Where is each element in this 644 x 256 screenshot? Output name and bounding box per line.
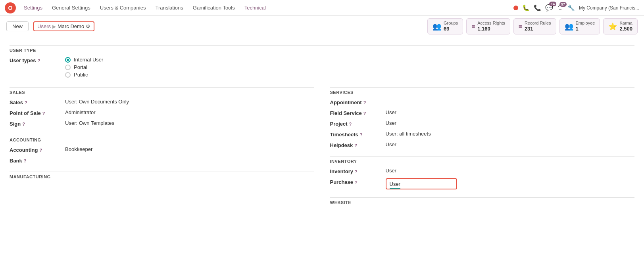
inventory-help-icon[interactable]: ? <box>355 169 358 174</box>
karma-label: Karma <box>619 20 632 26</box>
inventory-field: Inventory ? User <box>330 168 635 174</box>
access-rights-icon: ≡ <box>471 23 475 30</box>
helpdesk-field: Helpdesk ? User <box>330 141 635 148</box>
employee-value: 1 <box>576 26 579 32</box>
accounting-field: Accounting ? Bookkeeper <box>10 146 314 153</box>
karma-value: 2,500 <box>619 26 632 32</box>
project-value: User <box>386 120 396 126</box>
timesheets-value: User: all timesheets <box>386 131 431 137</box>
nav-icons-group: 🐛 📞 💬 14 ⏱ 57 🔧 My Company (San Francis.… <box>513 4 639 11</box>
bank-help-icon[interactable]: ? <box>24 159 27 163</box>
access-rights-value: 1,160 <box>477 26 490 32</box>
nav-users-companies[interactable]: Users & Companies <box>96 3 150 12</box>
radio-internal-user-label: Internal User <box>74 57 103 63</box>
timesheets-help-icon[interactable]: ? <box>360 132 363 137</box>
employee-label: Employee <box>576 20 595 26</box>
radio-internal-user-circle <box>65 57 71 63</box>
nav-translations[interactable]: Translations <box>151 3 187 12</box>
sales-section: SALES Sales ? User: Own Documents Only P… <box>10 87 314 127</box>
access-rights-stat-button[interactable]: ≡ Access Rights 1,160 <box>466 18 510 34</box>
accounting-section-title: ACCOUNTING <box>10 135 314 146</box>
radio-internal-user[interactable]: Internal User <box>65 57 103 63</box>
new-button[interactable]: New <box>6 21 29 31</box>
accounting-section: ACCOUNTING Accounting ? Bookkeeper Bank … <box>10 135 314 164</box>
project-help-icon[interactable]: ? <box>349 122 352 126</box>
radio-public-circle <box>65 72 71 78</box>
helpdesk-help-icon[interactable]: ? <box>354 143 357 148</box>
user-types-help-icon[interactable]: ? <box>37 58 40 63</box>
inventory-section-title: INVENTORY <box>330 156 635 168</box>
appointment-help-icon[interactable]: ? <box>363 100 366 105</box>
radio-internal-user-dot <box>67 59 69 61</box>
pos-help-icon[interactable]: ? <box>42 111 45 116</box>
point-of-sale-label: Point of Sale ? <box>10 109 65 116</box>
sales-value: User: Own Documents Only <box>65 99 129 105</box>
purchase-help-icon[interactable]: ? <box>355 180 358 185</box>
user-type-section-title: USER TYPE <box>10 45 634 57</box>
timesheets-label: Timesheets ? <box>330 131 386 138</box>
karma-stat-button[interactable]: ⭐ Karma 2,500 <box>603 18 638 34</box>
record-rules-value: 231 <box>525 26 533 32</box>
radio-public[interactable]: Public <box>65 72 103 78</box>
accounting-value: Bookkeeper <box>65 146 92 152</box>
purchase-value: User <box>390 181 400 189</box>
field-service-field: Field Service ? User <box>330 109 635 116</box>
point-of-sale-field: Point of Sale ? Administrator <box>10 109 314 116</box>
nav-general-settings[interactable]: General Settings <box>48 3 94 12</box>
groups-icon: 👥 <box>433 22 441 31</box>
settings-icon[interactable]: ⚙ <box>86 23 90 29</box>
website-section: WEBSITE <box>330 197 635 209</box>
radio-portal-circle <box>65 65 71 70</box>
manufacturing-section: MANUFACTURING <box>10 172 314 183</box>
sales-section-title: SALES <box>10 87 314 99</box>
record-rules-label: Record Rules <box>525 20 551 26</box>
field-service-help-icon[interactable]: ? <box>363 111 366 116</box>
employee-icon: 👥 <box>565 22 573 31</box>
karma-icon: ⭐ <box>608 22 617 31</box>
clock-icon[interactable]: ⏱ 57 <box>557 4 563 11</box>
chat-icon[interactable]: 💬 14 <box>545 4 553 11</box>
app-logo[interactable]: O <box>5 2 16 13</box>
radio-portal-label: Portal <box>74 64 87 70</box>
right-column: SERVICES Appointment ? Field Service ? U… <box>330 86 635 209</box>
record-rules-icon: ≡ <box>519 23 522 30</box>
breadcrumb-parent[interactable]: Users <box>37 23 51 29</box>
accounting-label: Accounting ? <box>10 146 65 153</box>
helpdesk-label: Helpdesk ? <box>330 141 386 148</box>
company-name: My Company (San Francis... <box>579 5 639 11</box>
radio-portal[interactable]: Portal <box>65 64 103 70</box>
sales-field: Sales ? User: Own Documents Only <box>10 99 314 105</box>
field-service-value: User <box>386 109 396 115</box>
wrench-icon[interactable]: 🔧 <box>567 4 575 11</box>
website-section-title: WEBSITE <box>330 197 635 209</box>
nav-settings[interactable]: Settings <box>20 3 46 12</box>
bug-icon[interactable]: 🐛 <box>522 4 530 11</box>
project-label: Project ? <box>330 120 386 127</box>
record-rules-stat-button[interactable]: ≡ Record Rules 231 <box>513 18 556 34</box>
breadcrumb: Users ▶ Marc Demo ⚙ <box>33 21 94 31</box>
project-field: Project ? User <box>330 120 635 127</box>
sign-help-icon[interactable]: ? <box>22 122 25 126</box>
bank-field: Bank ? <box>10 157 314 164</box>
top-navigation: O Settings General Settings Users & Comp… <box>0 0 644 16</box>
access-rights-label: Access Rights <box>477 20 505 26</box>
groups-value: 69 <box>444 26 449 32</box>
user-types-field: User types ? Internal User Portal Public <box>10 57 634 78</box>
nav-technical[interactable]: Technical <box>240 3 270 12</box>
manufacturing-section-title: MANUFACTURING <box>10 172 314 183</box>
pos-value: Administrator <box>65 109 96 115</box>
purchase-label: Purchase ? <box>330 178 386 185</box>
field-service-label: Field Service ? <box>330 109 386 116</box>
appointment-label: Appointment ? <box>330 99 386 105</box>
employee-stat-button[interactable]: 👥 Employee 1 <box>559 18 600 34</box>
status-dot <box>513 6 518 10</box>
helpdesk-value: User <box>386 141 396 147</box>
accounting-help-icon[interactable]: ? <box>40 148 42 153</box>
sales-label: Sales ? <box>10 99 65 105</box>
phone-icon[interactable]: 📞 <box>534 4 541 11</box>
groups-stat-button[interactable]: 👥 Groups 69 <box>427 18 463 34</box>
sales-help-icon[interactable]: ? <box>25 100 27 105</box>
sign-value: User: Own Templates <box>65 120 114 126</box>
user-types-label: User types ? <box>10 57 65 63</box>
nav-gamification[interactable]: Gamification Tools <box>189 3 239 12</box>
